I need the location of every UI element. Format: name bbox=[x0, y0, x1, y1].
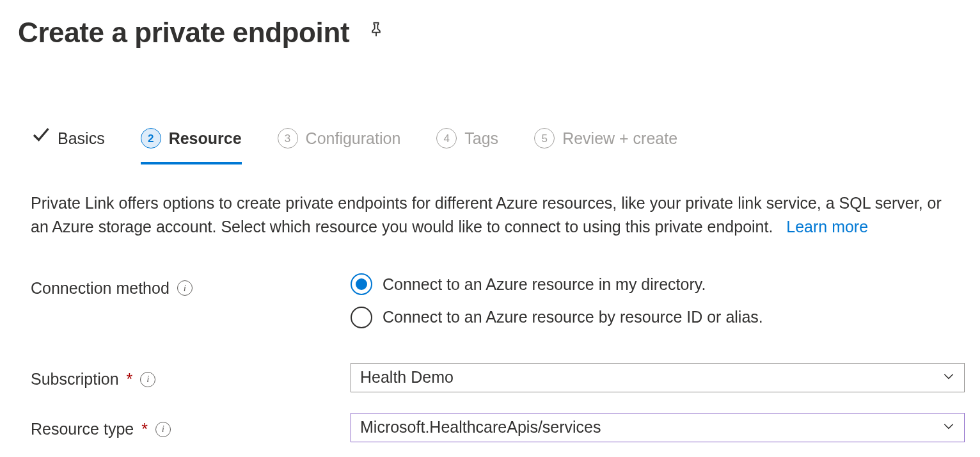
tab-label: Tags bbox=[464, 127, 498, 151]
step-number-badge: 3 bbox=[278, 128, 298, 148]
radio-connect-my-directory[interactable]: Connect to an Azure resource in my direc… bbox=[351, 273, 954, 297]
learn-more-link[interactable]: Learn more bbox=[786, 218, 868, 236]
info-icon[interactable]: i bbox=[155, 422, 171, 437]
step-number-badge: 2 bbox=[141, 128, 161, 148]
step-number-badge: 4 bbox=[436, 128, 457, 148]
page-title: Create a private endpoint bbox=[18, 12, 349, 54]
tab-tags[interactable]: 4 Tags bbox=[436, 127, 498, 165]
radio-circle-icon bbox=[351, 273, 372, 295]
connection-method-label: Connection method bbox=[31, 277, 170, 301]
tab-review-create[interactable]: 5 Review + create bbox=[534, 127, 677, 165]
required-indicator: * bbox=[127, 367, 133, 392]
pin-icon[interactable] bbox=[367, 20, 385, 45]
tab-configuration[interactable]: 3 Configuration bbox=[278, 127, 401, 165]
tab-resource[interactable]: 2 Resource bbox=[141, 127, 242, 165]
tab-basics[interactable]: Basics bbox=[31, 125, 105, 166]
tab-label: Review + create bbox=[562, 127, 677, 151]
radio-circle-icon bbox=[351, 307, 372, 328]
radio-label: Connect to an Azure resource by resource… bbox=[383, 305, 763, 330]
subscription-label: Subscription bbox=[31, 367, 119, 392]
required-indicator: * bbox=[141, 417, 148, 442]
wizard-tabs: Basics 2 Resource 3 Configuration 4 Tags… bbox=[18, 125, 954, 166]
connection-method-radio-group: Connect to an Azure resource in my direc… bbox=[351, 273, 954, 330]
step-number-badge: 5 bbox=[534, 128, 555, 148]
tab-label: Configuration bbox=[306, 127, 401, 151]
tab-description: Private Link offers options to create pr… bbox=[18, 191, 954, 239]
resource-type-label: Resource type bbox=[31, 417, 134, 442]
select-value: Health Demo bbox=[360, 365, 454, 390]
chevron-down-icon bbox=[942, 365, 955, 390]
radio-label: Connect to an Azure resource in my direc… bbox=[383, 273, 706, 297]
chevron-down-icon bbox=[942, 415, 955, 440]
radio-connect-by-id[interactable]: Connect to an Azure resource by resource… bbox=[351, 305, 954, 330]
resource-type-select[interactable]: Microsoft.HealthcareApis/services bbox=[351, 413, 965, 442]
info-icon[interactable]: i bbox=[140, 372, 155, 387]
select-value: Microsoft.HealthcareApis/services bbox=[360, 415, 601, 440]
check-icon bbox=[31, 125, 50, 152]
tab-label: Basics bbox=[58, 127, 105, 151]
tab-label: Resource bbox=[169, 127, 242, 151]
info-icon[interactable]: i bbox=[177, 280, 193, 296]
subscription-select[interactable]: Health Demo bbox=[351, 363, 965, 392]
